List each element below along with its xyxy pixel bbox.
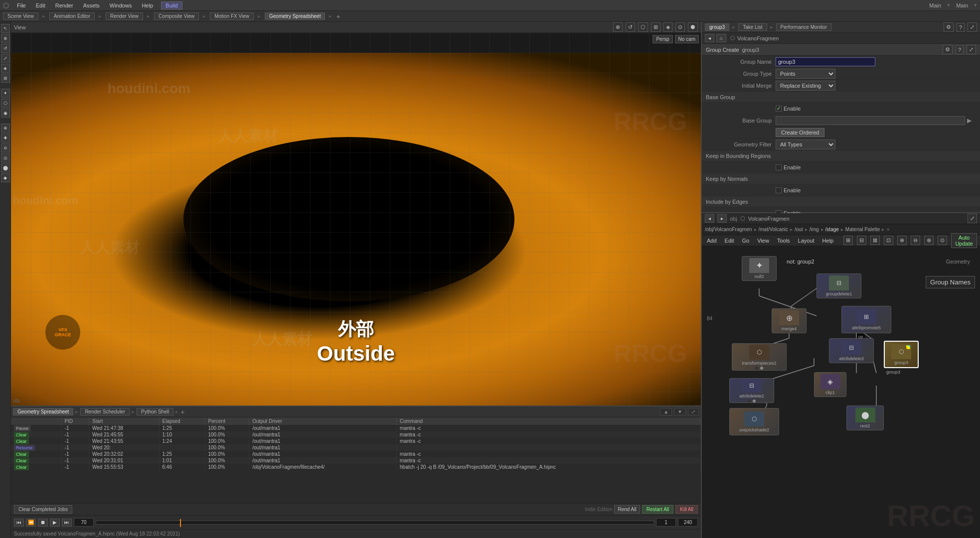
enable-checkbox-label[interactable]: ✓ Enable (776, 106, 801, 112)
create-ordered-button[interactable]: Create Ordered (776, 128, 824, 137)
viewport-icon-6[interactable]: ⊙ (675, 22, 685, 32)
node-merge4[interactable]: ⊕ merge4 (772, 308, 807, 333)
maximize-btn[interactable]: ⤢ (688, 408, 699, 415)
node-uvquickshade2[interactable]: ⬡ uvquickshade2 (729, 408, 779, 435)
tool-10[interactable]: ⊕ (1, 124, 10, 133)
tab-python-shell[interactable]: Python Shell (137, 408, 173, 415)
status-badge[interactable]: Clear (14, 438, 29, 444)
persp-button[interactable]: Persp (653, 35, 672, 43)
status-badge[interactable]: Clear (14, 451, 29, 457)
gc-help-icon[interactable]: ? (956, 45, 964, 54)
tool-6[interactable]: ⊞ (1, 74, 10, 83)
build-button[interactable]: Build (161, 1, 182, 9)
tool-8[interactable]: ⬡ (1, 99, 10, 108)
tool-7[interactable]: ✦ (1, 89, 10, 98)
net-nav-back[interactable]: ◂ (705, 214, 714, 223)
current-frame-input[interactable] (74, 518, 94, 527)
net-tool-6[interactable]: ⊖ (911, 236, 920, 245)
node-groupdelete1[interactable]: ⊟ groupdelete1 (817, 273, 861, 298)
start-frame-input[interactable] (656, 518, 676, 527)
group-type-select[interactable]: Points Primitives Edges Vertices (776, 69, 835, 79)
tool-select[interactable]: ↖ (1, 24, 10, 33)
menu-windows[interactable]: Windows (108, 1, 134, 9)
net-nav-forward[interactable]: ▸ (717, 214, 727, 223)
node-rest2[interactable]: ⬤ rest2 (846, 405, 884, 430)
status-badge[interactable]: Resume (14, 445, 35, 451)
group-name-input[interactable] (776, 57, 875, 66)
path-out[interactable]: /out (795, 227, 803, 232)
stop-button[interactable]: ⏹ (38, 519, 48, 527)
cam-button[interactable]: No cam (675, 35, 699, 43)
viewport-icon-2[interactable]: ↺ (626, 22, 635, 32)
clear-completed-button[interactable]: Clear Completed Jobs (14, 505, 72, 514)
tab-geometry-spreadsheet-bottom[interactable]: Geometry Spreadsheet (13, 408, 73, 415)
path-stage[interactable]: /stage (825, 227, 839, 232)
net-tool-3[interactable]: ⊠ (870, 236, 880, 245)
net-tools[interactable]: Tools (775, 237, 792, 245)
right-nav-back[interactable]: ◂ (705, 34, 714, 42)
keep-normals-checkbox[interactable]: ✓ (776, 187, 782, 193)
status-badge[interactable]: Clear (14, 432, 29, 438)
path-add-btn[interactable]: + (886, 226, 890, 233)
tab-scene-view[interactable]: Scene View (3, 12, 38, 20)
node-attribdelete3[interactable]: ⊟ attribdelete3 (829, 338, 874, 363)
right-nav-home[interactable]: ⌂ (716, 34, 726, 42)
node-clip1[interactable]: ◈ clip1 (814, 372, 846, 397)
right-tab-take-list[interactable]: Take List (738, 23, 767, 31)
net-layout[interactable]: Layout (796, 237, 817, 245)
net-add[interactable]: Add (705, 237, 719, 245)
path-mat-volcanic[interactable]: /mat/Volcanic (759, 227, 788, 232)
net-tool-2[interactable]: ⊟ (857, 236, 866, 245)
node-attribdelete2[interactable]: ⊟ attribdelete2 (729, 378, 774, 403)
kill-all-button[interactable]: Kill All (675, 505, 698, 514)
add-bottom-tab[interactable]: + (180, 408, 184, 416)
tool-5[interactable]: ◈ (1, 64, 10, 73)
initial-merge-select[interactable]: Replace Existing Merge Intersect (776, 81, 835, 91)
viewport-icon-3[interactable]: ⬡ (638, 22, 648, 32)
gc-maximize-icon[interactable]: ⤢ (967, 45, 976, 54)
path-img[interactable]: /img (810, 227, 819, 232)
base-group-input[interactable] (776, 116, 965, 125)
right-tab-group3[interactable]: group3 (705, 23, 729, 31)
rend-all-button[interactable]: Rend All (614, 505, 640, 514)
path-obj-volcanoFragmen[interactable]: /obj/VolcanoFragmen (705, 227, 752, 232)
menu-edit[interactable]: Edit (34, 1, 47, 9)
next-frame-button[interactable]: ⏭ (62, 519, 72, 527)
scroll-up-btn[interactable]: ▲ (660, 408, 672, 415)
net-tool-1[interactable]: ⊞ (843, 236, 853, 245)
tool-rotate[interactable]: ↺ (1, 44, 10, 53)
viewport-icon-1[interactable]: ⊕ (613, 22, 623, 32)
tool-13[interactable]: ◎ (1, 153, 10, 162)
tool-transform[interactable]: ⊕ (1, 34, 10, 43)
tool-12[interactable]: ⊖ (1, 143, 10, 152)
menu-render[interactable]: Render (53, 1, 75, 9)
menu-assets[interactable]: Assets (81, 1, 102, 9)
restart-all-button[interactable]: Restart All (642, 505, 674, 514)
net-maximize-icon[interactable]: ⤢ (968, 214, 977, 223)
tool-scale[interactable]: ⤢ (1, 54, 10, 63)
tool-14[interactable]: ⬤ (1, 163, 10, 172)
menu-help[interactable]: Help (140, 1, 155, 9)
node-transformpieces2[interactable]: ⬡ transformpieces2 (732, 343, 787, 371)
net-tool-8[interactable]: ⊙ (938, 236, 947, 245)
tab-render-scheduler[interactable]: Render Scheduler (80, 408, 130, 415)
keep-bounding-checkbox-label[interactable]: ✓ Enable (776, 164, 801, 170)
prev-frame-button[interactable]: ⏮ (14, 519, 24, 527)
play-back-button[interactable]: ⏪ (26, 519, 36, 527)
tab-geometry-spreadsheet[interactable]: Geometry Spreadsheet (265, 12, 325, 20)
gc-gear-icon[interactable]: ⚙ (943, 45, 953, 54)
keep-normals-checkbox-label[interactable]: ✓ Enable (776, 187, 801, 193)
tool-11[interactable]: ✚ (1, 134, 10, 142)
status-badge[interactable]: Clear (14, 458, 29, 464)
net-edit[interactable]: Edit (723, 237, 736, 245)
tool-15[interactable]: ◆ (1, 173, 10, 182)
net-tool-5[interactable]: ⊕ (897, 236, 907, 245)
tool-9[interactable]: ◉ (1, 109, 10, 118)
status-badge[interactable]: Clear (14, 464, 29, 470)
viewport-icon-5[interactable]: ◈ (663, 22, 672, 32)
net-auto-update[interactable]: Auto Update (951, 233, 977, 248)
tab-composite-view[interactable]: Composite View (154, 12, 199, 20)
right-help-icon[interactable]: ? (957, 23, 965, 32)
node-null2[interactable]: ✦ null2 (742, 256, 777, 281)
net-help[interactable]: Help (820, 237, 836, 245)
